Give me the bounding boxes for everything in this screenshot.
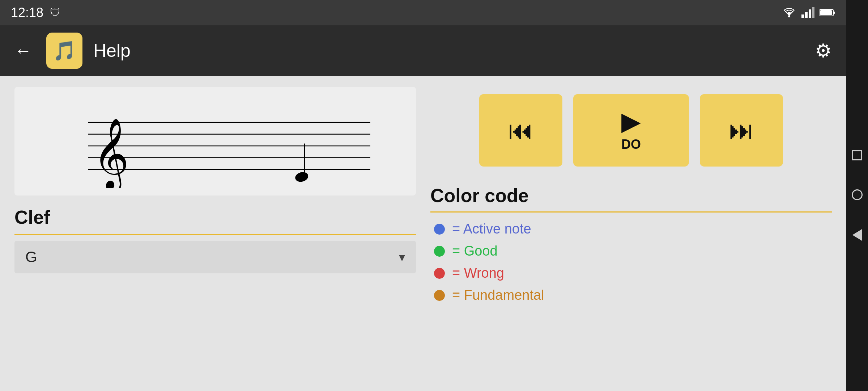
wifi-icon <box>782 7 796 18</box>
back-button[interactable]: ← <box>11 38 35 63</box>
color-code-section: Color code = Active note = Good = Wrong <box>430 185 832 307</box>
status-right <box>782 7 835 18</box>
svg-point-15 <box>294 171 309 184</box>
skip-back-icon: ⏮ <box>508 118 533 143</box>
signal-icon <box>801 7 814 18</box>
status-left: 12:18 🛡 <box>11 5 61 20</box>
next-button[interactable]: ⏭ <box>700 94 783 167</box>
color-item-wrong: = Wrong <box>434 265 828 281</box>
color-item-good: = Good <box>434 243 828 259</box>
left-panel: 𝄞 Clef G ▾ <box>14 87 416 380</box>
fundamental-label: = Fundamental <box>452 287 544 303</box>
clef-section: Clef G ▾ <box>14 206 416 273</box>
logo-icon: 🎵 <box>53 40 76 62</box>
wrong-label: = Wrong <box>452 265 504 281</box>
wrong-dot <box>434 268 445 279</box>
clef-title: Clef <box>14 206 416 228</box>
svg-rect-3 <box>809 9 811 18</box>
color-code-title: Color code <box>430 185 832 206</box>
color-code-list: = Active note = Good = Wrong = Fundament… <box>430 218 832 307</box>
clef-dropdown[interactable]: G ▾ <box>14 241 416 273</box>
good-dot <box>434 246 445 257</box>
main-content: 𝄞 Clef G ▾ ⏮ <box>0 76 846 391</box>
play-icon: ▶ <box>621 109 641 134</box>
app-bar: ← 🎵 Help ⚙ <box>0 25 846 76</box>
svg-point-0 <box>788 15 790 17</box>
color-item-fundamental: = Fundamental <box>434 287 828 303</box>
battery-icon <box>820 8 835 17</box>
svg-text:𝄞: 𝄞 <box>93 119 129 188</box>
svg-rect-7 <box>833 12 835 14</box>
svg-rect-6 <box>820 10 832 15</box>
status-time: 12:18 <box>11 5 43 20</box>
good-label: = Good <box>452 243 498 259</box>
fundamental-dot <box>434 290 445 301</box>
clef-value: G <box>25 248 37 266</box>
color-item-active: = Active note <box>434 221 828 237</box>
home-button[interactable] <box>852 189 863 200</box>
right-panel: ⏮ ▶ DO ⏭ Color code = Active note <box>430 87 832 380</box>
android-nav-bar <box>846 0 868 391</box>
play-label: DO <box>621 137 641 152</box>
staff-area: 𝄞 <box>14 87 416 196</box>
clef-divider <box>14 234 416 235</box>
staff-notation: 𝄞 <box>29 94 401 188</box>
back-nav-button[interactable] <box>852 229 862 241</box>
status-bar: 12:18 🛡 <box>0 0 846 25</box>
recent-apps-button[interactable] <box>852 150 862 160</box>
svg-rect-2 <box>805 12 808 18</box>
shield-icon: 🛡 <box>50 7 61 19</box>
transport-controls: ⏮ ▶ DO ⏭ <box>430 87 832 174</box>
active-note-label: = Active note <box>452 221 531 237</box>
chevron-down-icon: ▾ <box>399 250 405 264</box>
page-title: Help <box>93 40 131 61</box>
active-note-dot <box>434 224 445 235</box>
color-code-divider <box>430 211 832 213</box>
app-container: 12:18 🛡 <box>0 0 846 391</box>
play-button[interactable]: ▶ DO <box>573 94 689 167</box>
previous-button[interactable]: ⏮ <box>479 94 562 167</box>
settings-button[interactable]: ⚙ <box>811 36 835 65</box>
app-logo: 🎵 <box>46 33 82 69</box>
skip-forward-icon: ⏭ <box>729 118 754 143</box>
svg-rect-1 <box>801 14 804 18</box>
svg-rect-4 <box>812 7 814 18</box>
